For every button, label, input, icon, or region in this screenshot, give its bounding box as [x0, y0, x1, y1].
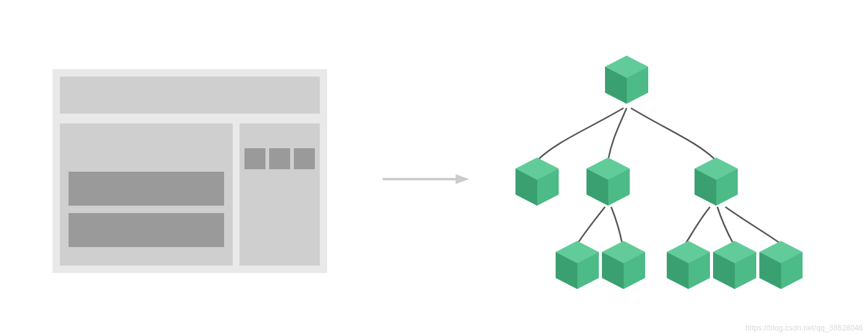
wireframe-main-row	[69, 213, 224, 247]
wireframe-side-panel	[240, 124, 320, 266]
tree-node-root	[605, 56, 648, 104]
component-tree	[488, 37, 833, 309]
diagram-stage: https://blog.csdn.net/qq_38628046	[0, 0, 868, 336]
tree-node-main-row	[602, 241, 645, 289]
wireframe-main-panel	[60, 124, 233, 266]
wireframe-page	[52, 69, 327, 273]
svg-marker-1	[456, 174, 469, 184]
tree-node-side	[695, 158, 738, 206]
tree-node-thumbnail	[713, 241, 756, 289]
tree-node-thumbnail	[759, 241, 803, 289]
wireframe-thumbnail	[294, 148, 315, 169]
tree-node-header	[515, 158, 559, 206]
tree-node-main	[586, 158, 630, 206]
tree-node-main-row	[556, 241, 599, 289]
transform-arrow-icon	[383, 173, 469, 185]
wireframe-header-panel	[60, 77, 320, 114]
tree-node-thumbnail	[667, 241, 710, 289]
wireframe-main-row	[69, 172, 224, 206]
wireframe-thumbnail	[269, 148, 290, 169]
wireframe-thumbnail-row	[244, 148, 315, 169]
wireframe-thumbnail	[244, 148, 265, 169]
watermark-text: https://blog.csdn.net/qq_38628046	[745, 324, 863, 332]
